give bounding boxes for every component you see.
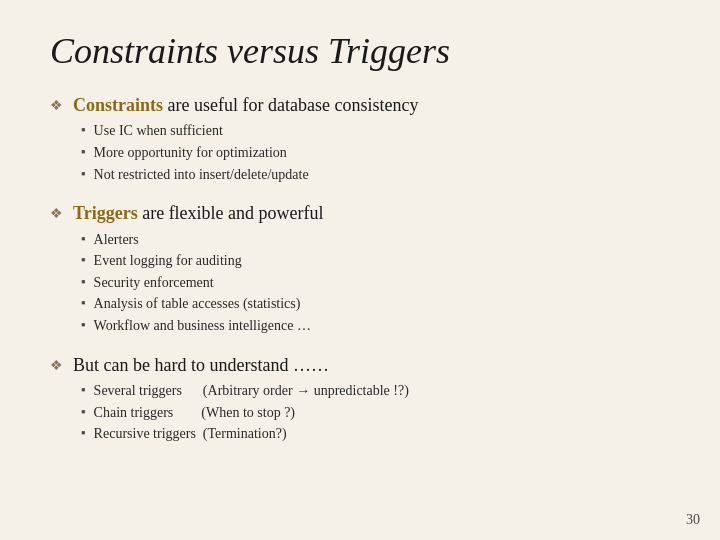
sub-bullet-icon: ▪ <box>81 252 86 268</box>
sub-bullet-icon: ▪ <box>81 231 86 247</box>
list-item: ▪ Event logging for auditing <box>81 251 670 271</box>
triggers-sublist: ▪ Alerters ▪ Event logging for auditing … <box>81 230 670 336</box>
sub-item-text: Security enforcement <box>94 273 214 293</box>
diamond-icon-2: ❖ <box>50 205 63 222</box>
diamond-icon-3: ❖ <box>50 357 63 374</box>
triggers-content: Triggers are flexible and powerful ▪ Ale… <box>73 202 670 337</box>
section-hard: ❖ But can be hard to understand …… ▪ Sev… <box>50 354 670 446</box>
page-number: 30 <box>686 512 700 528</box>
section-triggers: ❖ Triggers are flexible and powerful ▪ A… <box>50 202 670 337</box>
section-constraints: ❖ Constraints are useful for database co… <box>50 94 670 186</box>
sub-bullet-icon: ▪ <box>81 144 86 160</box>
constraints-subtitle: are useful for database consistency <box>168 95 419 115</box>
sub-item-text: Several triggers (Arbitrary order → unpr… <box>94 381 409 401</box>
hard-title: But can be hard to understand …… <box>73 354 670 377</box>
constraints-sublist: ▪ Use IC when sufficient ▪ More opportun… <box>81 121 670 184</box>
hard-content: But can be hard to understand …… ▪ Sever… <box>73 354 670 446</box>
list-item: ▪ Alerters <box>81 230 670 250</box>
list-item: ▪ Workflow and business intelligence … <box>81 316 670 336</box>
sub-bullet-icon: ▪ <box>81 295 86 311</box>
constraints-content: Constraints are useful for database cons… <box>73 94 670 186</box>
list-item: ▪ Several triggers (Arbitrary order → un… <box>81 381 670 401</box>
list-item: ▪ Analysis of table accesses (statistics… <box>81 294 670 314</box>
hard-subtitle: But can be hard to understand …… <box>73 355 329 375</box>
sub-bullet-icon: ▪ <box>81 166 86 182</box>
sub-bullet-icon: ▪ <box>81 425 86 441</box>
list-item: ▪ More opportunity for optimization <box>81 143 670 163</box>
sub-item-text: Recursive triggers (Termination?) <box>94 424 287 444</box>
sub-item-text: Analysis of table accesses (statistics) <box>94 294 301 314</box>
sub-bullet-icon: ▪ <box>81 317 86 333</box>
sub-item-text: Chain triggers (When to stop ?) <box>94 403 295 423</box>
sub-bullet-icon: ▪ <box>81 382 86 398</box>
sub-bullet-icon: ▪ <box>81 274 86 290</box>
constraints-title: Constraints are useful for database cons… <box>73 94 670 117</box>
list-item: ▪ Use IC when sufficient <box>81 121 670 141</box>
slide-title: Constraints versus Triggers <box>50 30 670 72</box>
triggers-keyword: Triggers <box>73 203 138 223</box>
list-item: ▪ Not restricted into insert/delete/upda… <box>81 165 670 185</box>
diamond-icon-1: ❖ <box>50 97 63 114</box>
sub-item-text: Use IC when sufficient <box>94 121 223 141</box>
sub-item-text: More opportunity for optimization <box>94 143 287 163</box>
sub-item-text: Alerters <box>94 230 139 250</box>
slide: Constraints versus Triggers ❖ Constraint… <box>0 0 720 540</box>
sub-bullet-icon: ▪ <box>81 122 86 138</box>
list-item: ▪ Security enforcement <box>81 273 670 293</box>
sub-item-text: Workflow and business intelligence … <box>94 316 311 336</box>
sub-item-text: Not restricted into insert/delete/update <box>94 165 309 185</box>
triggers-title: Triggers are flexible and powerful <box>73 202 670 225</box>
constraints-keyword: Constraints <box>73 95 163 115</box>
list-item: ▪ Chain triggers (When to stop ?) <box>81 403 670 423</box>
sub-bullet-icon: ▪ <box>81 404 86 420</box>
hard-sublist: ▪ Several triggers (Arbitrary order → un… <box>81 381 670 444</box>
list-item: ▪ Recursive triggers (Termination?) <box>81 424 670 444</box>
sub-item-text: Event logging for auditing <box>94 251 242 271</box>
triggers-subtitle: are flexible and powerful <box>142 203 323 223</box>
